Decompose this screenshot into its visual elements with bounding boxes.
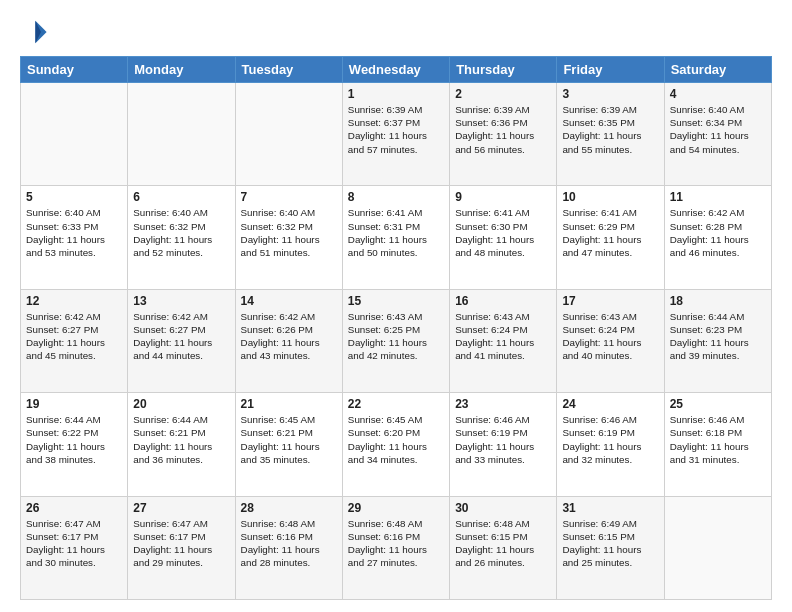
day-number: 26	[26, 501, 122, 515]
calendar-cell: 4Sunrise: 6:40 AM Sunset: 6:34 PM Daylig…	[664, 83, 771, 186]
cell-info: Sunrise: 6:49 AM Sunset: 6:15 PM Dayligh…	[562, 517, 658, 570]
cell-info: Sunrise: 6:47 AM Sunset: 6:17 PM Dayligh…	[133, 517, 229, 570]
calendar-cell: 18Sunrise: 6:44 AM Sunset: 6:23 PM Dayli…	[664, 289, 771, 392]
day-number: 7	[241, 190, 337, 204]
day-number: 31	[562, 501, 658, 515]
calendar-cell: 9Sunrise: 6:41 AM Sunset: 6:30 PM Daylig…	[450, 186, 557, 289]
cell-info: Sunrise: 6:40 AM Sunset: 6:34 PM Dayligh…	[670, 103, 766, 156]
calendar-cell: 15Sunrise: 6:43 AM Sunset: 6:25 PM Dayli…	[342, 289, 449, 392]
day-number: 19	[26, 397, 122, 411]
day-number: 18	[670, 294, 766, 308]
cell-info: Sunrise: 6:42 AM Sunset: 6:28 PM Dayligh…	[670, 206, 766, 259]
cell-info: Sunrise: 6:43 AM Sunset: 6:25 PM Dayligh…	[348, 310, 444, 363]
day-number: 16	[455, 294, 551, 308]
cell-info: Sunrise: 6:40 AM Sunset: 6:32 PM Dayligh…	[133, 206, 229, 259]
calendar-cell	[664, 496, 771, 599]
day-number: 17	[562, 294, 658, 308]
cell-info: Sunrise: 6:44 AM Sunset: 6:22 PM Dayligh…	[26, 413, 122, 466]
calendar-cell: 1Sunrise: 6:39 AM Sunset: 6:37 PM Daylig…	[342, 83, 449, 186]
day-header-saturday: Saturday	[664, 57, 771, 83]
cell-info: Sunrise: 6:45 AM Sunset: 6:21 PM Dayligh…	[241, 413, 337, 466]
day-header-monday: Monday	[128, 57, 235, 83]
cell-info: Sunrise: 6:48 AM Sunset: 6:16 PM Dayligh…	[241, 517, 337, 570]
day-header-sunday: Sunday	[21, 57, 128, 83]
day-number: 29	[348, 501, 444, 515]
day-number: 1	[348, 87, 444, 101]
cell-info: Sunrise: 6:39 AM Sunset: 6:37 PM Dayligh…	[348, 103, 444, 156]
calendar-cell: 5Sunrise: 6:40 AM Sunset: 6:33 PM Daylig…	[21, 186, 128, 289]
cell-info: Sunrise: 6:42 AM Sunset: 6:27 PM Dayligh…	[26, 310, 122, 363]
day-header-thursday: Thursday	[450, 57, 557, 83]
day-number: 9	[455, 190, 551, 204]
calendar-cell: 13Sunrise: 6:42 AM Sunset: 6:27 PM Dayli…	[128, 289, 235, 392]
calendar-cell: 23Sunrise: 6:46 AM Sunset: 6:19 PM Dayli…	[450, 393, 557, 496]
day-number: 28	[241, 501, 337, 515]
calendar-cell: 12Sunrise: 6:42 AM Sunset: 6:27 PM Dayli…	[21, 289, 128, 392]
day-number: 21	[241, 397, 337, 411]
calendar-cell: 8Sunrise: 6:41 AM Sunset: 6:31 PM Daylig…	[342, 186, 449, 289]
calendar-cell: 27Sunrise: 6:47 AM Sunset: 6:17 PM Dayli…	[128, 496, 235, 599]
calendar-cell: 25Sunrise: 6:46 AM Sunset: 6:18 PM Dayli…	[664, 393, 771, 496]
calendar-cell: 6Sunrise: 6:40 AM Sunset: 6:32 PM Daylig…	[128, 186, 235, 289]
day-number: 2	[455, 87, 551, 101]
day-number: 6	[133, 190, 229, 204]
calendar-cell: 17Sunrise: 6:43 AM Sunset: 6:24 PM Dayli…	[557, 289, 664, 392]
calendar-cell: 21Sunrise: 6:45 AM Sunset: 6:21 PM Dayli…	[235, 393, 342, 496]
calendar-cell: 11Sunrise: 6:42 AM Sunset: 6:28 PM Dayli…	[664, 186, 771, 289]
day-number: 3	[562, 87, 658, 101]
cell-info: Sunrise: 6:46 AM Sunset: 6:18 PM Dayligh…	[670, 413, 766, 466]
cell-info: Sunrise: 6:42 AM Sunset: 6:26 PM Dayligh…	[241, 310, 337, 363]
calendar-cell: 2Sunrise: 6:39 AM Sunset: 6:36 PM Daylig…	[450, 83, 557, 186]
cell-info: Sunrise: 6:48 AM Sunset: 6:16 PM Dayligh…	[348, 517, 444, 570]
day-number: 27	[133, 501, 229, 515]
day-number: 22	[348, 397, 444, 411]
calendar-cell: 24Sunrise: 6:46 AM Sunset: 6:19 PM Dayli…	[557, 393, 664, 496]
day-number: 12	[26, 294, 122, 308]
header	[20, 18, 772, 46]
day-number: 11	[670, 190, 766, 204]
day-number: 15	[348, 294, 444, 308]
calendar-cell: 7Sunrise: 6:40 AM Sunset: 6:32 PM Daylig…	[235, 186, 342, 289]
cell-info: Sunrise: 6:39 AM Sunset: 6:36 PM Dayligh…	[455, 103, 551, 156]
cell-info: Sunrise: 6:40 AM Sunset: 6:33 PM Dayligh…	[26, 206, 122, 259]
cell-info: Sunrise: 6:44 AM Sunset: 6:21 PM Dayligh…	[133, 413, 229, 466]
day-number: 13	[133, 294, 229, 308]
page: SundayMondayTuesdayWednesdayThursdayFrid…	[0, 0, 792, 612]
cell-info: Sunrise: 6:46 AM Sunset: 6:19 PM Dayligh…	[455, 413, 551, 466]
calendar-cell: 31Sunrise: 6:49 AM Sunset: 6:15 PM Dayli…	[557, 496, 664, 599]
cell-info: Sunrise: 6:40 AM Sunset: 6:32 PM Dayligh…	[241, 206, 337, 259]
calendar-cell: 30Sunrise: 6:48 AM Sunset: 6:15 PM Dayli…	[450, 496, 557, 599]
cell-info: Sunrise: 6:45 AM Sunset: 6:20 PM Dayligh…	[348, 413, 444, 466]
day-number: 20	[133, 397, 229, 411]
calendar-cell: 26Sunrise: 6:47 AM Sunset: 6:17 PM Dayli…	[21, 496, 128, 599]
cell-info: Sunrise: 6:41 AM Sunset: 6:29 PM Dayligh…	[562, 206, 658, 259]
day-header-friday: Friday	[557, 57, 664, 83]
cell-info: Sunrise: 6:43 AM Sunset: 6:24 PM Dayligh…	[455, 310, 551, 363]
calendar-cell: 28Sunrise: 6:48 AM Sunset: 6:16 PM Dayli…	[235, 496, 342, 599]
cell-info: Sunrise: 6:41 AM Sunset: 6:31 PM Dayligh…	[348, 206, 444, 259]
day-number: 5	[26, 190, 122, 204]
day-number: 4	[670, 87, 766, 101]
calendar-cell	[128, 83, 235, 186]
cell-info: Sunrise: 6:41 AM Sunset: 6:30 PM Dayligh…	[455, 206, 551, 259]
day-header-tuesday: Tuesday	[235, 57, 342, 83]
calendar-cell: 10Sunrise: 6:41 AM Sunset: 6:29 PM Dayli…	[557, 186, 664, 289]
day-number: 8	[348, 190, 444, 204]
calendar-cell: 3Sunrise: 6:39 AM Sunset: 6:35 PM Daylig…	[557, 83, 664, 186]
logo-icon	[20, 18, 48, 46]
day-number: 30	[455, 501, 551, 515]
cell-info: Sunrise: 6:43 AM Sunset: 6:24 PM Dayligh…	[562, 310, 658, 363]
calendar-cell: 20Sunrise: 6:44 AM Sunset: 6:21 PM Dayli…	[128, 393, 235, 496]
cell-info: Sunrise: 6:48 AM Sunset: 6:15 PM Dayligh…	[455, 517, 551, 570]
day-number: 23	[455, 397, 551, 411]
day-number: 25	[670, 397, 766, 411]
cell-info: Sunrise: 6:44 AM Sunset: 6:23 PM Dayligh…	[670, 310, 766, 363]
calendar-table: SundayMondayTuesdayWednesdayThursdayFrid…	[20, 56, 772, 600]
day-number: 24	[562, 397, 658, 411]
calendar-cell: 19Sunrise: 6:44 AM Sunset: 6:22 PM Dayli…	[21, 393, 128, 496]
calendar-cell: 14Sunrise: 6:42 AM Sunset: 6:26 PM Dayli…	[235, 289, 342, 392]
cell-info: Sunrise: 6:47 AM Sunset: 6:17 PM Dayligh…	[26, 517, 122, 570]
day-number: 14	[241, 294, 337, 308]
day-number: 10	[562, 190, 658, 204]
cell-info: Sunrise: 6:46 AM Sunset: 6:19 PM Dayligh…	[562, 413, 658, 466]
